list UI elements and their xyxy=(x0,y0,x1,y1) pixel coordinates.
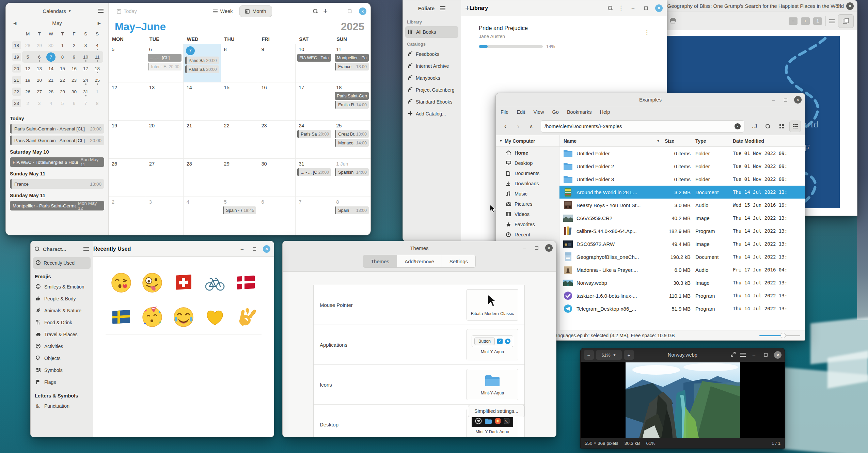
calendar-headerbar[interactable]: Today Week Month + – × xyxy=(109,3,370,19)
menu-edit[interactable]: Edit xyxy=(517,109,525,115)
close-button[interactable]: × xyxy=(774,351,782,359)
sidebar-item-objects[interactable]: Objects xyxy=(33,353,91,364)
file-row[interactable]: Telegram_Desktop-x86_...51.9 MBProgramTh… xyxy=(559,302,805,315)
file-row[interactable]: C66A5959.CR240.2 MBImageThu 14 Jul 2022 … xyxy=(559,212,805,224)
sidebar-item-travel-places[interactable]: Travel & Places xyxy=(33,329,91,340)
calendar-event[interactable]: Montpellier - Pa... xyxy=(335,54,369,62)
zoom-in-button[interactable]: + xyxy=(624,350,634,360)
agenda-event[interactable]: Paris Saint-Germain - Arsenal [CL]20:00 xyxy=(10,124,104,134)
path-bar[interactable]: /home/clem/Documents/Examples × xyxy=(541,120,744,132)
close-button[interactable]: × xyxy=(545,244,553,252)
month-view-button[interactable]: Month xyxy=(239,5,272,17)
maximize-button[interactable] xyxy=(251,245,258,253)
search-icon[interactable] xyxy=(608,6,613,11)
calendar-event[interactable]: Paris Sai...20:00 xyxy=(185,57,219,64)
file-row[interactable]: GeographyofBliss_oneCh...198.2 kBDocumen… xyxy=(559,250,805,263)
maximize-button[interactable] xyxy=(533,244,540,252)
mini-day-cell[interactable]: 23 xyxy=(68,74,80,86)
mini-day-cell[interactable]: 5 xyxy=(22,51,34,63)
zoom-in-button[interactable]: + xyxy=(801,17,810,25)
sidebar-root[interactable]: ▼My Computer xyxy=(496,135,559,146)
day-cell[interactable]: 31... - ... [CL]20:00 xyxy=(296,159,333,197)
day-cell[interactable]: 19 xyxy=(109,121,146,159)
calendar-event[interactable]: ... - ... [CL]20:00 xyxy=(297,168,331,176)
day-cell[interactable]: 11Montpellier - Pa...France13:00 xyxy=(333,44,370,82)
up-button[interactable]: ∧ xyxy=(526,121,537,132)
menu-view[interactable]: View xyxy=(533,109,544,115)
mini-day-cell[interactable]: 4 xyxy=(92,40,103,51)
today-button[interactable]: Today xyxy=(113,6,141,16)
maximize-button[interactable] xyxy=(346,7,353,15)
sidebar-item-activities[interactable]: Activities xyxy=(33,341,91,352)
emoji-zany[interactable] xyxy=(137,266,168,300)
minimize-button[interactable]: – xyxy=(521,244,528,252)
mini-day-cell[interactable]: 7 xyxy=(80,97,92,109)
toggle-location-entry-button[interactable]: .J xyxy=(748,121,760,132)
day-cell[interactable]: 24Paris Sai...20:00 xyxy=(296,121,333,159)
file-row[interactable]: Beasty Boys - You Dont St...3.0 MBAudioW… xyxy=(559,199,805,212)
maximize-button[interactable] xyxy=(782,96,789,104)
minimize-button[interactable]: – xyxy=(333,7,341,15)
sidebar-item-downloads[interactable]: Downloads xyxy=(496,179,559,189)
mini-day-cell[interactable]: 20 xyxy=(34,74,45,86)
mini-day-cell[interactable]: 17 xyxy=(80,63,92,74)
mini-day-cell[interactable]: 26 xyxy=(22,86,34,97)
zoom-out-button[interactable]: − xyxy=(789,17,798,25)
sidebar-item-feedbooks[interactable]: Feedbooks xyxy=(405,48,458,60)
day-cell[interactable]: 22 xyxy=(221,121,258,159)
minimize-button[interactable]: – xyxy=(750,351,758,359)
tab-add-remove[interactable]: Add/Remove xyxy=(397,255,442,268)
day-cell[interactable]: 12 xyxy=(109,82,146,121)
icon-view-button[interactable] xyxy=(776,121,787,132)
day-cell[interactable]: 7Paris Sai...20:00Paris Sai...20:00 xyxy=(184,44,221,82)
maximize-button[interactable] xyxy=(642,4,650,12)
search-icon[interactable] xyxy=(35,247,40,251)
viewer-headerbar[interactable]: − 61%▼ + Norway.webp – × xyxy=(581,348,785,362)
calendar-event[interactable]: Emilia R...14:00 xyxy=(335,101,369,109)
clear-path-icon[interactable]: × xyxy=(735,123,741,129)
calendar-event[interactable]: ... - ... [CL] xyxy=(148,54,182,62)
sidebar-item-music[interactable]: Music xyxy=(496,189,559,199)
column-name[interactable]: Name▼ xyxy=(559,135,665,146)
add-book-button[interactable]: + xyxy=(465,4,470,13)
day-cell[interactable]: 16 xyxy=(258,82,296,121)
mini-day-cell[interactable]: 5 xyxy=(57,97,68,109)
agenda-event[interactable]: FIA WEC - TotalEnergies 6 Hours o...Sun … xyxy=(10,157,104,167)
file-row[interactable]: Untitled Folder 30 itemsFolderTue 01 Nov… xyxy=(559,173,805,186)
dual-page-button[interactable] xyxy=(838,14,854,28)
menu-icon[interactable] xyxy=(98,9,104,13)
mini-day-cell[interactable]: 19 xyxy=(22,74,34,86)
mini-day-cell[interactable]: 24 xyxy=(80,74,92,86)
characters-headerbar[interactable]: Recently Used – × xyxy=(93,241,274,257)
reader-titlebar[interactable]: e Geography of Bliss: One Grump's Search… xyxy=(662,0,857,12)
sidebar-item-desktop[interactable]: Desktop xyxy=(496,158,559,169)
sidebar-item-standard-ebooks[interactable]: Standard Ebooks xyxy=(405,96,458,108)
sidebar-item-add-catalog-[interactable]: Add Catalog... xyxy=(405,108,458,120)
back-button[interactable]: ‹ xyxy=(500,121,511,132)
mini-day-cell[interactable]: 22 xyxy=(57,74,68,86)
day-cell[interactable]: 10FIA WEC - TotalE... xyxy=(296,44,333,82)
sidebar-item-smileys-emotion[interactable]: Smileys & Emotion xyxy=(33,281,91,293)
mini-day-cell[interactable]: 2 xyxy=(68,40,80,51)
day-cell[interactable]: 14 xyxy=(184,82,221,121)
sidebar-item-animals-nature[interactable]: Animals & Nature xyxy=(33,305,91,316)
mini-day-cell[interactable]: 3 xyxy=(34,97,45,109)
list-view-button[interactable] xyxy=(789,121,801,132)
emoji-flag-dk[interactable] xyxy=(230,266,262,300)
day-cell[interactable]: 15 xyxy=(221,82,258,121)
prev-month-button[interactable]: ◀ xyxy=(13,21,16,26)
emoji-heart[interactable] xyxy=(199,300,231,334)
column-size[interactable]: Size xyxy=(665,135,695,146)
mini-day-cell[interactable]: 9 xyxy=(68,51,80,63)
sidebar-item-recent[interactable]: Recent xyxy=(496,230,559,240)
mini-day-cell[interactable]: 2 xyxy=(22,97,34,109)
calendars-dropdown[interactable]: Calendars▼ xyxy=(43,8,71,14)
day-cell[interactable]: 8Spain13:00 xyxy=(333,197,370,235)
sidebar-item-videos[interactable]: Videos xyxy=(496,209,559,220)
calendar-event[interactable]: Monaco ...14:00 xyxy=(335,139,369,147)
file-row[interactable]: Untitled Folder0 itemsFolderTue 01 Nov 2… xyxy=(559,147,805,160)
mini-day-cell[interactable]: 18 xyxy=(92,63,103,74)
mini-day-cell[interactable]: 11 xyxy=(92,51,103,63)
day-cell[interactable]: 18Paris Saint-Germ...Emilia R...14:00 xyxy=(333,82,370,121)
menu-go[interactable]: Go xyxy=(552,109,559,115)
